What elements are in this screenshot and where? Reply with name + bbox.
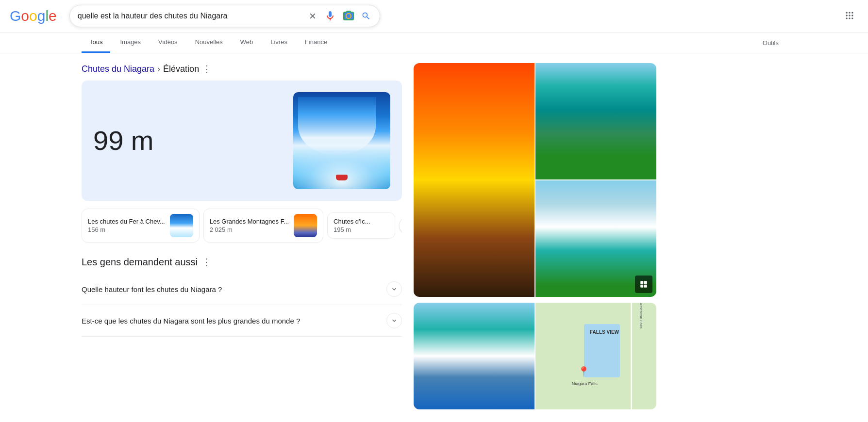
related-card-1-name: Les Grandes Montagnes F...: [210, 218, 289, 225]
svg-rect-12: [644, 281, 647, 284]
camera-icon: [343, 10, 354, 22]
search-input[interactable]: [78, 12, 303, 20]
related-card-2-name: Chutes d'Ic...: [334, 218, 389, 225]
images-grid: [414, 63, 656, 297]
map-niagara-label: Niagara Falls: [572, 381, 598, 386]
svg-point-9: [849, 17, 850, 19]
map-falls-view-label: FALLS VIEW: [590, 329, 619, 335]
logo-l: l: [45, 8, 49, 24]
clear-button[interactable]: [307, 10, 318, 22]
map-american-falls-label: American Falls: [639, 303, 643, 328]
related-card-0-info: Les chutes du Fer à Chev... 156 m: [88, 218, 165, 233]
related-cards-row: Les chutes du Fer à Chev... 156 m Les Gr…: [82, 209, 402, 243]
image-cascade[interactable]: [535, 180, 656, 297]
paa-title: Les gens demandent aussi ⋮: [82, 256, 402, 268]
apps-button[interactable]: [841, 7, 858, 26]
elevation-value: 99 m: [93, 127, 154, 154]
paa-item-0[interactable]: Quelle hauteur font les chutes du Niagar…: [82, 274, 402, 305]
svg-point-6: [849, 15, 850, 16]
paa-item-1[interactable]: Est-ce que les chutes du Niagara sont le…: [82, 305, 402, 337]
svg-point-2: [846, 12, 848, 13]
chevron-down-icon-0: [390, 285, 398, 293]
paa-more-icon[interactable]: ⋮: [201, 256, 211, 268]
right-column: FALLS VIEW 📍 Niagara Falls American Fall…: [414, 63, 656, 409]
header: Google: [0, 0, 868, 32]
tools-button[interactable]: Outils: [755, 33, 786, 52]
related-card-2-val: 195 m: [334, 226, 389, 233]
logo-o2: o: [29, 8, 37, 24]
related-card-1-val: 2 025 m: [210, 226, 289, 233]
paa-section: Les gens demandent aussi ⋮ Quelle hauteu…: [82, 256, 402, 337]
more-images-button[interactable]: [635, 276, 652, 293]
tab-finance[interactable]: Finance: [297, 32, 335, 53]
paa-expand-0[interactable]: [386, 281, 402, 297]
google-logo: Google: [10, 8, 57, 24]
microphone-icon: [324, 10, 336, 22]
svg-point-10: [851, 17, 853, 19]
svg-rect-11: [640, 281, 643, 284]
waterfall-image[interactable]: [293, 92, 390, 189]
breadcrumb-link[interactable]: Chutes du Niagara: [82, 64, 154, 74]
breadcrumb-separator: ›: [157, 64, 160, 74]
svg-point-8: [846, 17, 848, 19]
paa-title-text: Les gens demandent aussi: [82, 257, 198, 268]
nav-tabs: Tous Images Vidéos Nouvelles Web Livres …: [0, 32, 868, 53]
related-card-1-thumb: [294, 214, 317, 237]
tab-videos[interactable]: Vidéos: [150, 32, 185, 53]
related-card-2-info: Chutes d'Ic... 195 m: [334, 218, 389, 233]
logo-g: G: [10, 8, 21, 24]
related-card-0-thumb: [170, 214, 193, 237]
related-card-0-val: 156 m: [88, 226, 165, 233]
search-icons: [307, 9, 372, 23]
map-photo[interactable]: [414, 303, 534, 409]
logo-o1: o: [21, 8, 29, 24]
search-button[interactable]: [360, 10, 372, 22]
svg-rect-13: [640, 285, 643, 288]
image-sunset[interactable]: [414, 63, 534, 297]
svg-point-5: [846, 15, 848, 16]
paa-question-1: Est-ce que les chutes du Niagara sont le…: [82, 317, 300, 325]
image-aerial[interactable]: [535, 63, 656, 179]
map-section[interactable]: FALLS VIEW 📍 Niagara Falls American Fall…: [414, 303, 656, 409]
left-column: Chutes du Niagara › Élévation ⋮ 99 m Les…: [82, 63, 402, 409]
tab-web[interactable]: Web: [233, 32, 261, 53]
tab-livres[interactable]: Livres: [263, 32, 295, 53]
breadcrumb-more-icon[interactable]: ⋮: [202, 63, 212, 75]
svg-point-4: [851, 12, 853, 13]
waterfall-mist-layer: [293, 150, 390, 189]
chevron-down-icon-1: [390, 317, 398, 325]
elevation-card: 99 m: [82, 81, 402, 201]
tab-images[interactable]: Images: [112, 32, 149, 53]
svg-rect-14: [644, 285, 647, 288]
related-card-1[interactable]: Les Grandes Montagnes F... 2 025 m: [203, 209, 323, 243]
related-next-button[interactable]: [399, 217, 402, 234]
apps-grid-icon: [845, 11, 854, 20]
lens-search-button[interactable]: [342, 9, 355, 23]
svg-point-7: [851, 15, 853, 16]
breadcrumb: Chutes du Niagara › Élévation ⋮: [82, 63, 402, 75]
waterfall-falls-layer: [298, 97, 376, 155]
related-card-0[interactable]: Les chutes du Fer à Chev... 156 m: [82, 209, 200, 243]
map-tile[interactable]: FALLS VIEW 📍 Niagara Falls American Fall…: [535, 303, 656, 409]
logo-e: e: [49, 8, 57, 24]
image-grid-icon: [639, 280, 648, 289]
svg-point-3: [849, 12, 850, 13]
voice-search-button[interactable]: [323, 9, 337, 23]
tab-nouvelles[interactable]: Nouvelles: [187, 32, 231, 53]
paa-expand-1[interactable]: [386, 313, 402, 328]
search-bar: [69, 5, 380, 27]
main-content: Chutes du Niagara › Élévation ⋮ 99 m Les…: [0, 53, 868, 419]
search-icon: [361, 11, 371, 21]
logo-g2: g: [37, 8, 46, 24]
breadcrumb-current: Élévation: [163, 64, 199, 74]
tab-tous[interactable]: Tous: [82, 32, 110, 53]
related-card-0-name: Les chutes du Fer à Chev...: [88, 218, 165, 225]
close-icon: [308, 11, 317, 21]
related-card-2[interactable]: Chutes d'Ic... 195 m: [327, 212, 395, 239]
related-card-1-info: Les Grandes Montagnes F... 2 025 m: [210, 218, 289, 233]
paa-question-0: Quelle hauteur font les chutes du Niagar…: [82, 285, 222, 293]
waterfall-boat: [336, 175, 348, 180]
map-pin-icon: 📍: [578, 366, 590, 377]
